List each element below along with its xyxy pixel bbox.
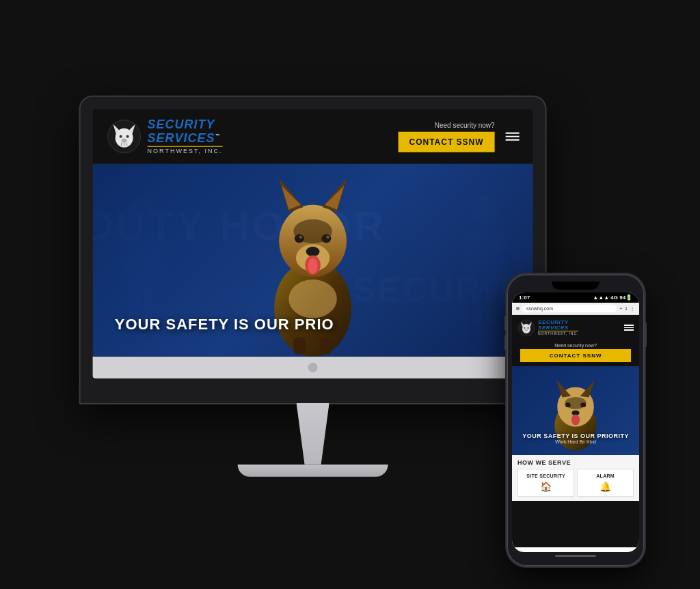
logo-security-text: SECURITY [148,118,223,132]
phone-need-security-text: Need security now? [512,341,639,349]
phone-site-security-card[interactable]: SITE SECURITY 🏠 [517,469,574,497]
phone-how-we-serve-section: HOW WE SERVE SITE SECURITY 🏠 ALARM 🔔 [512,455,639,501]
imac-apple-logo [308,363,318,372]
svg-point-55 [565,396,586,409]
phone-hero-text-group: YOUR SAFETY IS OUR PRIORITY Work Hard Be… [512,433,639,444]
svg-point-44 [524,327,526,329]
svg-point-6 [122,139,127,143]
logo-text-group: SECURITY SERVICES™ NORTHWEST, INC. [148,118,223,154]
phone-logo-dog-icon [517,319,535,337]
phone-alarm-label: ALARM [596,474,615,478]
svg-point-4 [120,135,122,138]
phone-url-text: ssnwhq.com [526,306,553,311]
hamburger-menu-icon[interactable] [506,133,520,141]
main-scene: SECURITY SERVICES™ NORTHWEST, INC. Need … [0,0,700,589]
svg-point-5 [126,135,129,138]
phone-time: 1:07 [519,294,530,301]
phone-alarm-icon: 🔔 [600,481,611,492]
svg-point-35 [308,258,318,274]
iphone-notch [552,282,600,290]
imac-stand-neck [286,403,340,465]
url-lock-icon [516,307,520,310]
desktop-hero: DUTY HONOR SECURITY [93,164,533,357]
svg-point-45 [528,327,529,329]
phone-site-security-icon: 🏠 [540,481,552,492]
iphone-power-button[interactable] [645,323,647,347]
browser-menu-icon[interactable]: ⋮ [630,305,635,312]
logo-northwest-text: NORTHWEST, INC. [148,146,223,155]
phone-how-we-serve-title: HOW WE SERVE [517,459,634,469]
phone-signal: ▲▲▲ 4G 94🔋 [593,294,632,301]
iphone-device: 1:07 ▲▲▲ 4G 94🔋 ssnwhq.com + 1 ⋮ [507,275,644,566]
phone-logo: SECURITY SERVICES NORTHWEST, INC. [517,319,578,337]
phone-site-security-label: SITE SECURITY [526,474,565,478]
phone-alarm-card[interactable]: ALARM 🔔 [577,469,634,497]
desktop-website: SECURITY SERVICES™ NORTHWEST, INC. Need … [93,109,533,357]
svg-rect-39 [320,338,332,355]
header-cta-group: Need security now? CONTACT SSNW [398,121,494,152]
hero-tagline: YOUR SAFETY IS OUR PRIO [115,316,334,333]
browser-actions: + 1 ⋮ [619,305,635,312]
phone-logo-northwest: NORTHWEST, INC. [538,331,578,335]
iphone-screen: 1:07 ▲▲▲ 4G 94🔋 ssnwhq.com + 1 ⋮ [512,292,639,552]
desktop-header: SECURITY SERVICES™ NORTHWEST, INC. Need … [93,109,533,164]
contact-ssnw-button[interactable]: CONTACT SSNW [398,131,494,152]
logo-dog-icon [107,119,142,154]
phone-status-bar: 1:07 ▲▲▲ 4G 94🔋 [512,292,639,303]
svg-point-56 [571,414,580,425]
iphone-volume-down-button[interactable] [504,335,507,350]
imac-bezel: SECURITY SERVICES™ NORTHWEST, INC. Need … [81,97,546,403]
imac-chin-bar [93,357,533,379]
home-indicator-line [555,555,596,557]
phone-url-bar[interactable]: ssnwhq.com [522,305,617,312]
phone-header: SECURITY SERVICES NORTHWEST, INC. [512,315,639,341]
phone-hero-sub-text: Work Hard Be Kind [512,439,639,444]
phone-website: SECURITY SERVICES NORTHWEST, INC. Need s… [512,315,639,547]
svg-rect-38 [293,338,306,355]
logo-services-text: SERVICES™ [148,132,223,146]
iphone-volume-up-button[interactable] [504,316,507,331]
phone-services-grid: SITE SECURITY 🏠 ALARM 🔔 [517,469,634,497]
iphone-home-bar [512,552,639,559]
desktop-logo: SECURITY SERVICES™ NORTHWEST, INC. [107,118,223,154]
iphone-body: 1:07 ▲▲▲ 4G 94🔋 ssnwhq.com + 1 ⋮ [507,275,644,566]
phone-hamburger-menu[interactable] [624,325,634,331]
new-tab-icon[interactable]: + [619,305,623,312]
phone-hero: YOUR SAFETY IS OUR PRIORITY Work Hard Be… [512,366,639,455]
tab-count[interactable]: 1 [625,305,628,312]
phone-contact-button[interactable]: CONTACT SSNW [520,349,631,362]
svg-point-36 [293,219,332,243]
header-right-group: Need security now? CONTACT SSNW [398,121,519,152]
svg-point-46 [525,329,528,331]
need-security-text: Need security now? [435,121,495,128]
svg-point-29 [306,247,320,256]
imac-screen: SECURITY SERVICES™ NORTHWEST, INC. Need … [93,109,533,357]
phone-hero-main-text: YOUR SAFETY IS OUR PRIORITY [512,433,639,439]
phone-logo-text-group: SECURITY SERVICES NORTHWEST, INC. [538,320,578,335]
phone-browser-bar[interactable]: ssnwhq.com + 1 ⋮ [512,303,639,315]
svg-point-37 [288,279,337,318]
phone-logo-services: SERVICES [538,325,578,331]
imac-device: SECURITY SERVICES™ NORTHWEST, INC. Need … [81,97,546,477]
imac-stand-base [238,465,388,477]
